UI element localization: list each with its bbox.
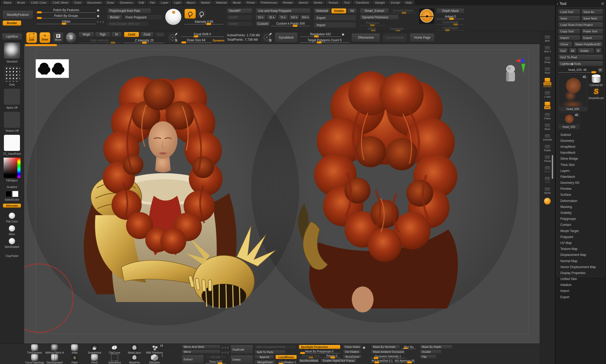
polish-by-features-slider[interactable]: Polish By Features bbox=[36, 8, 96, 13]
menu-item[interactable]: Draw bbox=[104, 1, 116, 4]
tool-subpalette-header[interactable]: Normal Map bbox=[558, 258, 603, 264]
menu-item[interactable]: Movie bbox=[230, 1, 243, 4]
menu-item[interactable]: Layer bbox=[158, 1, 171, 4]
claypolish-label[interactable]: ClayPolish bbox=[5, 254, 18, 257]
range-slider[interactable]: Range 0 bbox=[324, 354, 340, 358]
tool-panel-button[interactable]: Make PolyMesh3D bbox=[573, 41, 603, 47]
depth-mask-button[interactable]: Depth Mask bbox=[436, 8, 464, 13]
close-holes-button[interactable]: Close Holes bbox=[343, 345, 362, 349]
menu-item[interactable]: Macro bbox=[184, 1, 198, 4]
alpha-thumbnail[interactable] bbox=[4, 88, 20, 105]
zremesher-button[interactable]: ZRemesher bbox=[352, 33, 380, 42]
tool-subpalette-header[interactable]: Layers bbox=[558, 168, 603, 174]
menu-item[interactable]: Preferences bbox=[258, 1, 280, 4]
axis-orientation-widget[interactable] bbox=[515, 59, 527, 74]
dynamesh-button[interactable]: DynaMesh bbox=[275, 32, 298, 43]
material-tray-thumbnail[interactable] bbox=[4, 135, 20, 151]
ao-scandist-slider[interactable]: AO ScanDist 0.1 bbox=[371, 359, 393, 363]
mask-by-normals-button[interactable]: Mask By Normals bbox=[371, 345, 400, 349]
del-mt-button[interactable]: DelMT bbox=[226, 15, 252, 20]
delete-button[interactable]: Delete bbox=[230, 355, 253, 364]
light-1-button[interactable] bbox=[184, 9, 196, 19]
move-button[interactable]: M Move bbox=[53, 32, 64, 43]
blur-slider[interactable]: Blur Nu bbox=[401, 345, 416, 349]
brush-shortcut[interactable]: CurveTubeSnap bbox=[25, 354, 45, 364]
from-polypaint-button[interactable]: From Polypaint bbox=[123, 15, 162, 20]
live-boolean-button[interactable]: Live Boolean bbox=[382, 33, 407, 42]
spotlight-projection-button[interactable]: Spotlight Projection bbox=[299, 345, 340, 349]
menu-item[interactable]: Edit bbox=[136, 1, 147, 4]
fill-object-label[interactable]: FillObject bbox=[6, 179, 18, 182]
depth-mask-curve-thumbnail[interactable] bbox=[419, 8, 435, 24]
viewport-canvas[interactable] bbox=[24, 44, 540, 344]
menu-item[interactable]: Help bbox=[403, 1, 414, 4]
tool-subpalette-header[interactable]: Preview bbox=[558, 186, 603, 192]
rgb-button[interactable]: Rgb bbox=[95, 32, 110, 37]
tool-panel-button[interactable]: Import bbox=[558, 35, 580, 40]
brush-shortcut[interactable]: SnakeHook bbox=[85, 344, 105, 354]
secondary-color-swatch[interactable] bbox=[12, 191, 18, 197]
menu-item[interactable]: Picker bbox=[244, 1, 258, 4]
panel-reset-icon[interactable]: ↺ bbox=[601, 2, 604, 6]
mask-by-depth-button[interactable]: Mask By Depth bbox=[420, 345, 452, 349]
right-shelf-button[interactable]: SPix 3 bbox=[541, 46, 553, 53]
flat-color-material-sphere[interactable] bbox=[9, 213, 15, 219]
flip-button[interactable]: Flip bbox=[420, 355, 436, 359]
menu-item[interactable]: Document bbox=[85, 1, 104, 4]
tool-subpalette-header[interactable]: FiberMesh bbox=[558, 174, 603, 180]
offset-slider[interactable]: Offset bbox=[360, 27, 384, 31]
tool-panel-button[interactable]: All bbox=[569, 48, 577, 53]
menu-item[interactable]: Brush bbox=[15, 1, 27, 4]
inflate-axis-letters[interactable]: X Y Z bbox=[97, 21, 104, 23]
mirror-weld-axis[interactable]: X Y Z bbox=[222, 346, 229, 349]
menu-item[interactable]: Texture bbox=[326, 1, 341, 4]
tool-panel-button[interactable]: GoZ bbox=[558, 48, 568, 53]
mask-by-feature-button[interactable]: MaskByFeature bbox=[3, 10, 33, 19]
tool-panel-button[interactable]: Load Tools From Project bbox=[558, 22, 603, 27]
tool-subpalette-header[interactable]: NanoMesh bbox=[558, 150, 603, 156]
edit-button[interactable]: Edit bbox=[26, 32, 37, 43]
export-button[interactable]: Export bbox=[314, 15, 356, 21]
r-button[interactable]: R bbox=[598, 68, 603, 73]
menu-item[interactable]: Stroke bbox=[311, 1, 325, 4]
mirror-button[interactable]: Mirror bbox=[182, 350, 221, 354]
tool-subpalette-header[interactable]: Masking bbox=[558, 204, 603, 210]
tool-subpalette-header[interactable]: Thick Skin bbox=[558, 162, 603, 168]
menu-item[interactable]: Tool bbox=[341, 1, 352, 4]
polygroupit-button[interactable]: PolyGroupIt from Pain bbox=[107, 8, 151, 13]
cylinder3d-icon[interactable] bbox=[592, 76, 601, 83]
tool-subpalette-header[interactable]: Export bbox=[558, 294, 603, 300]
tool-subpalette-header[interactable]: Morph Target bbox=[558, 228, 603, 234]
right-shelf-button[interactable]: Rotate bbox=[541, 145, 553, 152]
color-picker[interactable] bbox=[4, 158, 20, 178]
occlusion-intensity-slider[interactable]: Occlusion Intensity 1 bbox=[371, 355, 405, 358]
switch-mt-button[interactable]: Switch bbox=[226, 21, 252, 26]
dynamic-thickness-button[interactable]: DynamicThickness bbox=[360, 15, 399, 20]
panel-collapse-icon[interactable]: ‹ bbox=[557, 2, 558, 6]
segments-slider[interactable]: Segments bbox=[385, 27, 409, 31]
right-shelf-button[interactable]: BPR bbox=[541, 35, 553, 43]
menu-item[interactable]: Zplugin bbox=[372, 1, 387, 4]
angle-of-view-slider[interactable]: Angle Of View bbox=[299, 354, 323, 358]
visible-button[interactable]: Visible bbox=[331, 8, 346, 13]
tool-panel-button[interactable]: Save Next bbox=[581, 16, 603, 21]
right-shelf-button[interactable]: Local Dynamic bbox=[541, 78, 553, 88]
zcut-button[interactable]: Zcut bbox=[155, 32, 166, 37]
backfacemask-button[interactable]: BackfaceMask bbox=[299, 359, 319, 363]
mask-ambient-occlusion-button[interactable]: Mask Ambient Occlusion bbox=[371, 350, 405, 354]
skinshade4-material-sphere[interactable] bbox=[9, 238, 15, 244]
brush-shortcut[interactable]: MAHcut Mech A bbox=[45, 344, 65, 354]
brush-shortcut[interactable]: Inflat bbox=[65, 344, 85, 354]
stroke-focal-icon[interactable]: + S bbox=[168, 32, 178, 43]
tool-subpalette-header[interactable]: Import bbox=[558, 288, 603, 294]
tool-subpalette-header[interactable]: Initialize bbox=[558, 282, 603, 288]
menu-item[interactable]: Light bbox=[172, 1, 183, 4]
canvas-scrollbar[interactable] bbox=[552, 155, 553, 179]
tool-subpalette-header[interactable]: Visibility bbox=[558, 210, 603, 216]
resolution-slider[interactable]: Resolution 432 bbox=[300, 32, 341, 37]
rgb-intensity-slider[interactable]: Rgb Intensity bbox=[79, 39, 121, 43]
switch-color-label[interactable]: SwitchColor bbox=[5, 198, 19, 201]
tool-subpalette-header[interactable]: Geometry bbox=[558, 138, 603, 144]
del-hidden-button[interactable]: Del Hidden bbox=[343, 350, 361, 354]
dynamic-mode-toggle[interactable]: Dynamic bbox=[213, 39, 225, 42]
